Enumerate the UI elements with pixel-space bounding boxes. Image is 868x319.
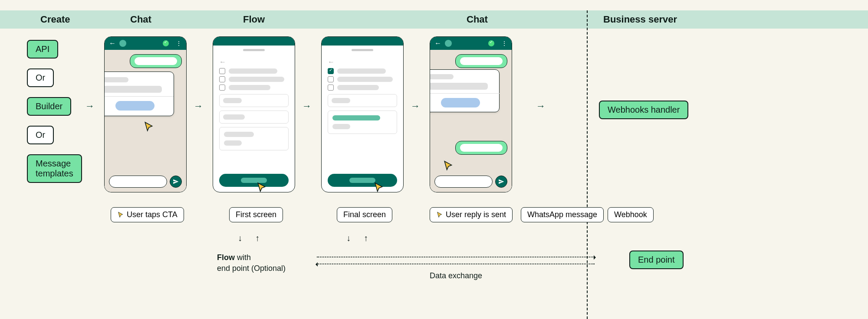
- header-create: Create: [40, 14, 70, 25]
- flow-first-screen: ←: [213, 36, 295, 192]
- verified-icon: [488, 40, 494, 46]
- chat-background: [105, 50, 186, 192]
- exchange-arrow-right: [317, 257, 595, 257]
- caption-first-screen: First screen: [229, 207, 283, 222]
- message-card: [104, 72, 174, 116]
- phone-topbar: ← ⋮: [105, 37, 186, 50]
- back-icon: ←: [109, 39, 116, 47]
- outgoing-reply-bubble: [455, 141, 507, 155]
- cursor-icon: [117, 212, 124, 218]
- flow-topbar: [322, 37, 403, 46]
- list-item[interactable]: [219, 85, 289, 91]
- outgoing-bubble: [130, 54, 182, 68]
- arrow-right-icon: →: [536, 101, 546, 112]
- phone-chat-reply: ← ⋮: [430, 36, 512, 192]
- text-input[interactable]: [328, 94, 397, 107]
- checkbox-icon[interactable]: [219, 85, 225, 91]
- send-button[interactable]: [170, 176, 182, 188]
- phone-chat-initial: ← ⋮: [104, 36, 187, 192]
- continue-button[interactable]: [219, 174, 289, 187]
- caption-user-reply: User reply is sent: [430, 207, 513, 222]
- list-item[interactable]: [328, 76, 397, 82]
- caption-final-screen: Final screen: [337, 207, 392, 222]
- cta-button: [441, 98, 480, 107]
- avatar-icon: [119, 40, 126, 47]
- flow-topbar: [213, 37, 295, 46]
- section-divider: [587, 10, 588, 319]
- drag-handle-icon: [352, 49, 373, 51]
- arrow-up-icon: ↑: [364, 233, 368, 243]
- phone-topbar: ← ⋮: [430, 37, 512, 50]
- pill-or-2: Or: [27, 126, 54, 144]
- summary-card: [328, 111, 397, 134]
- arrow-right-icon: →: [194, 101, 203, 112]
- checkbox-icon[interactable]: [219, 76, 225, 82]
- list-item[interactable]: [328, 68, 397, 74]
- pill-templates: Message templates: [27, 154, 82, 183]
- list-item[interactable]: [219, 68, 289, 74]
- menu-icon: ⋮: [501, 40, 507, 47]
- list-item[interactable]: [328, 85, 397, 91]
- pill-builder: Builder: [27, 97, 71, 116]
- chat-background: [430, 50, 512, 192]
- checkbox-icon[interactable]: [328, 76, 334, 82]
- drag-handle-icon: [243, 49, 265, 51]
- avatar-icon: [445, 40, 452, 47]
- checkbox-icon[interactable]: [219, 68, 225, 74]
- info-card: [219, 127, 289, 150]
- pill-api: API: [27, 40, 58, 59]
- caption-wa-message: WhatsApp message: [521, 207, 604, 222]
- caption-webhook: Webhook: [608, 207, 654, 222]
- send-icon: [498, 179, 504, 185]
- message-input[interactable]: [109, 176, 167, 188]
- caption-user-taps: User taps CTA: [111, 207, 184, 222]
- header-chat2: Chat: [467, 14, 488, 25]
- send-icon: [173, 179, 179, 185]
- header-flow: Flow: [243, 14, 265, 25]
- back-icon[interactable]: ←: [328, 58, 335, 65]
- text-input[interactable]: [219, 111, 289, 124]
- submit-button[interactable]: [328, 174, 397, 187]
- cta-button[interactable]: [115, 101, 155, 111]
- checkbox-checked-icon[interactable]: [328, 68, 334, 74]
- arrow-right-icon: →: [85, 101, 95, 112]
- outgoing-bubble: [455, 54, 507, 68]
- exchange-label: Data exchange: [430, 271, 482, 280]
- flow-note: Flow with end point (Optional): [217, 252, 286, 274]
- message-input[interactable]: [434, 176, 493, 188]
- arrow-down-icon: ↓: [346, 233, 351, 243]
- exchange-arrow-left: [317, 264, 595, 264]
- menu-icon: ⋮: [176, 40, 182, 47]
- pill-or-1: Or: [27, 68, 54, 87]
- cursor-icon: [436, 212, 443, 218]
- header-chat1: Chat: [130, 14, 151, 25]
- pill-webhooks-handler: Webhooks handler: [599, 101, 688, 119]
- back-icon: ←: [434, 39, 441, 47]
- text-input[interactable]: [219, 94, 289, 107]
- list-item[interactable]: [219, 76, 289, 82]
- checkbox-icon[interactable]: [328, 85, 334, 91]
- send-button[interactable]: [495, 176, 507, 188]
- message-card: [430, 69, 500, 112]
- verified-icon: [163, 40, 169, 46]
- back-icon[interactable]: ←: [219, 58, 226, 65]
- flow-final-screen: ←: [321, 36, 404, 192]
- pill-endpoint: End point: [629, 251, 684, 269]
- arrow-right-icon: →: [302, 101, 312, 112]
- arrow-down-icon: ↓: [238, 233, 242, 243]
- arrow-right-icon: →: [411, 101, 420, 112]
- header-server: Business server: [603, 14, 677, 25]
- arrow-up-icon: ↑: [255, 233, 260, 243]
